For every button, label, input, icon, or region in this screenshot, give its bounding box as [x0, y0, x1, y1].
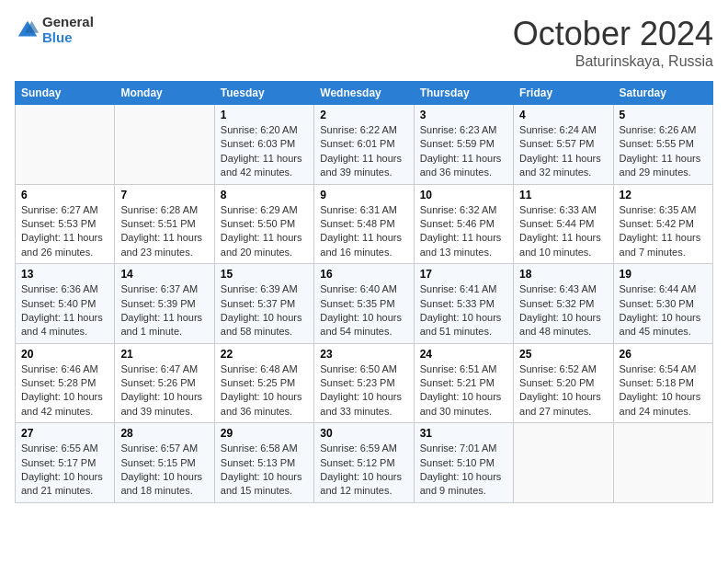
day-number: 22	[221, 348, 308, 361]
day-content: Sunrise: 6:48 AMSunset: 5:25 PMDaylight:…	[221, 362, 308, 419]
calendar-cell: 24Sunrise: 6:51 AMSunset: 5:21 PMDayligh…	[414, 343, 513, 423]
day-content: Sunrise: 6:40 AMSunset: 5:35 PMDaylight:…	[320, 282, 407, 339]
day-content: Sunrise: 6:46 AMSunset: 5:28 PMDaylight:…	[21, 362, 108, 419]
calendar-cell	[514, 423, 613, 503]
calendar-cell: 5Sunrise: 6:26 AMSunset: 5:55 PMDaylight…	[613, 105, 712, 185]
weekday-header-saturday: Saturday	[613, 82, 712, 105]
day-number: 11	[519, 189, 607, 201]
month-title: October 2024	[513, 15, 713, 53]
calendar-cell	[613, 423, 712, 503]
week-row-2: 6Sunrise: 6:27 AMSunset: 5:53 PMDaylight…	[16, 184, 713, 264]
day-number: 5	[620, 109, 707, 121]
calendar-cell: 19Sunrise: 6:44 AMSunset: 5:30 PMDayligh…	[613, 264, 712, 344]
calendar-cell: 11Sunrise: 6:33 AMSunset: 5:44 PMDayligh…	[514, 184, 613, 264]
calendar-cell: 13Sunrise: 6:36 AMSunset: 5:40 PMDayligh…	[16, 264, 115, 344]
location: Baturinskaya, Russia	[513, 53, 713, 70]
day-number: 17	[420, 268, 507, 281]
day-number: 30	[320, 427, 407, 440]
calendar-cell: 1Sunrise: 6:20 AMSunset: 6:03 PMDaylight…	[214, 105, 313, 185]
day-number: 25	[519, 348, 607, 361]
day-number: 15	[221, 268, 308, 281]
day-number: 31	[420, 427, 507, 440]
title-block: October 2024 Baturinskaya, Russia	[513, 15, 713, 70]
day-number: 18	[519, 268, 607, 281]
day-content: Sunrise: 6:50 AMSunset: 5:23 PMDaylight:…	[320, 362, 407, 419]
day-content: Sunrise: 6:41 AMSunset: 5:33 PMDaylight:…	[420, 282, 507, 339]
day-content: Sunrise: 6:20 AMSunset: 6:03 PMDaylight:…	[221, 123, 308, 180]
day-number: 21	[120, 348, 208, 361]
calendar-cell: 28Sunrise: 6:57 AMSunset: 5:15 PMDayligh…	[115, 423, 214, 503]
logo-icon	[15, 17, 40, 43]
calendar-cell: 2Sunrise: 6:22 AMSunset: 6:01 PMDaylight…	[314, 105, 414, 185]
calendar-cell: 22Sunrise: 6:48 AMSunset: 5:25 PMDayligh…	[214, 343, 313, 423]
calendar-cell: 16Sunrise: 6:40 AMSunset: 5:35 PMDayligh…	[314, 264, 414, 344]
day-number: 23	[320, 348, 407, 361]
day-number: 19	[620, 268, 707, 281]
weekday-header-tuesday: Tuesday	[214, 82, 313, 105]
day-content: Sunrise: 6:44 AMSunset: 5:30 PMDaylight:…	[620, 282, 707, 339]
logo: General Blue	[15, 15, 94, 45]
day-content: Sunrise: 6:58 AMSunset: 5:13 PMDaylight:…	[221, 442, 308, 499]
day-number: 13	[21, 268, 108, 281]
weekday-header-thursday: Thursday	[414, 82, 513, 105]
day-content: Sunrise: 6:22 AMSunset: 6:01 PMDaylight:…	[320, 123, 407, 180]
calendar-cell: 17Sunrise: 6:41 AMSunset: 5:33 PMDayligh…	[414, 264, 513, 344]
day-content: Sunrise: 6:36 AMSunset: 5:40 PMDaylight:…	[21, 282, 108, 339]
calendar-cell: 26Sunrise: 6:54 AMSunset: 5:18 PMDayligh…	[613, 343, 712, 423]
calendar-cell: 23Sunrise: 6:50 AMSunset: 5:23 PMDayligh…	[314, 343, 414, 423]
week-row-5: 27Sunrise: 6:55 AMSunset: 5:17 PMDayligh…	[16, 423, 713, 503]
day-number: 9	[320, 189, 407, 201]
day-content: Sunrise: 6:29 AMSunset: 5:50 PMDaylight:…	[221, 203, 308, 260]
calendar-cell: 14Sunrise: 6:37 AMSunset: 5:39 PMDayligh…	[115, 264, 214, 344]
calendar-cell	[16, 105, 115, 185]
calendar-cell: 4Sunrise: 6:24 AMSunset: 5:57 PMDaylight…	[514, 105, 613, 185]
week-row-3: 13Sunrise: 6:36 AMSunset: 5:40 PMDayligh…	[16, 264, 713, 344]
calendar-cell: 9Sunrise: 6:31 AMSunset: 5:48 PMDaylight…	[314, 184, 414, 264]
day-number: 24	[420, 348, 507, 361]
day-content: Sunrise: 6:54 AMSunset: 5:18 PMDaylight:…	[620, 362, 707, 419]
day-number: 2	[320, 109, 407, 121]
day-content: Sunrise: 6:33 AMSunset: 5:44 PMDaylight:…	[519, 203, 607, 260]
day-number: 3	[420, 109, 507, 121]
logo-blue: Blue	[42, 29, 73, 45]
weekday-header-wednesday: Wednesday	[314, 82, 414, 105]
week-row-1: 1Sunrise: 6:20 AMSunset: 6:03 PMDaylight…	[16, 105, 713, 185]
page-header: General Blue October 2024 Baturinskaya, …	[15, 15, 713, 70]
calendar-cell: 21Sunrise: 6:47 AMSunset: 5:26 PMDayligh…	[115, 343, 214, 423]
day-content: Sunrise: 7:01 AMSunset: 5:10 PMDaylight:…	[420, 442, 507, 499]
day-content: Sunrise: 6:55 AMSunset: 5:17 PMDaylight:…	[21, 442, 108, 499]
day-content: Sunrise: 6:26 AMSunset: 5:55 PMDaylight:…	[620, 123, 707, 180]
calendar-cell: 30Sunrise: 6:59 AMSunset: 5:12 PMDayligh…	[314, 423, 414, 503]
day-content: Sunrise: 6:32 AMSunset: 5:46 PMDaylight:…	[420, 203, 507, 260]
day-content: Sunrise: 6:28 AMSunset: 5:51 PMDaylight:…	[120, 203, 208, 260]
day-content: Sunrise: 6:43 AMSunset: 5:32 PMDaylight:…	[519, 282, 607, 339]
weekday-header-monday: Monday	[115, 82, 214, 105]
day-content: Sunrise: 6:57 AMSunset: 5:15 PMDaylight:…	[120, 442, 208, 499]
day-number: 28	[120, 427, 208, 440]
calendar-cell: 18Sunrise: 6:43 AMSunset: 5:32 PMDayligh…	[514, 264, 613, 344]
day-number: 29	[221, 427, 308, 440]
calendar-cell: 12Sunrise: 6:35 AMSunset: 5:42 PMDayligh…	[613, 184, 712, 264]
day-number: 8	[221, 189, 308, 201]
day-number: 10	[420, 189, 507, 201]
weekday-header-sunday: Sunday	[16, 82, 115, 105]
day-content: Sunrise: 6:23 AMSunset: 5:59 PMDaylight:…	[420, 123, 507, 180]
calendar-cell: 31Sunrise: 7:01 AMSunset: 5:10 PMDayligh…	[414, 423, 513, 503]
calendar-cell: 20Sunrise: 6:46 AMSunset: 5:28 PMDayligh…	[16, 343, 115, 423]
day-content: Sunrise: 6:31 AMSunset: 5:48 PMDaylight:…	[320, 203, 407, 260]
day-number: 14	[120, 268, 208, 281]
day-content: Sunrise: 6:27 AMSunset: 5:53 PMDaylight:…	[21, 203, 108, 260]
calendar-cell: 25Sunrise: 6:52 AMSunset: 5:20 PMDayligh…	[514, 343, 613, 423]
day-number: 26	[620, 348, 707, 361]
calendar-cell: 8Sunrise: 6:29 AMSunset: 5:50 PMDaylight…	[214, 184, 313, 264]
day-number: 7	[120, 189, 208, 201]
day-number: 20	[21, 348, 108, 361]
day-content: Sunrise: 6:51 AMSunset: 5:21 PMDaylight:…	[420, 362, 507, 419]
calendar-cell: 29Sunrise: 6:58 AMSunset: 5:13 PMDayligh…	[214, 423, 313, 503]
day-number: 27	[21, 427, 108, 440]
day-content: Sunrise: 6:47 AMSunset: 5:26 PMDaylight:…	[120, 362, 208, 419]
calendar-cell: 27Sunrise: 6:55 AMSunset: 5:17 PMDayligh…	[16, 423, 115, 503]
day-content: Sunrise: 6:35 AMSunset: 5:42 PMDaylight:…	[620, 203, 707, 260]
day-content: Sunrise: 6:37 AMSunset: 5:39 PMDaylight:…	[120, 282, 208, 339]
day-number: 6	[21, 189, 108, 201]
